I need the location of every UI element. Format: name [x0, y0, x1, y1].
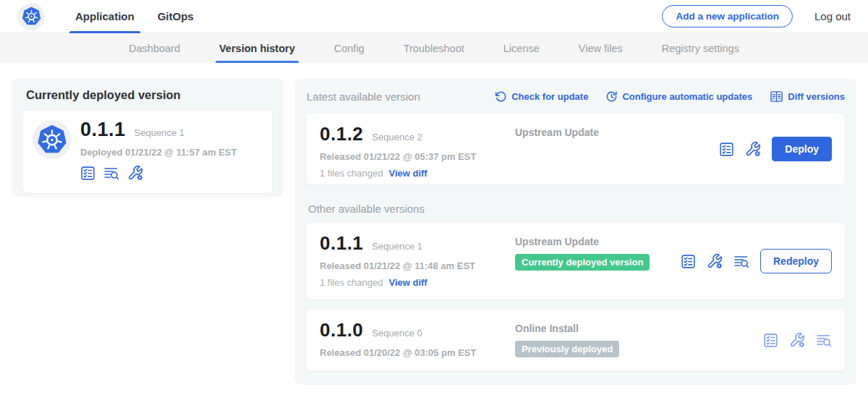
diff-versions-icon: [770, 90, 783, 103]
tab-gitops[interactable]: GitOps: [146, 0, 205, 33]
subnav-config[interactable]: Config: [315, 34, 384, 63]
tab-application[interactable]: Application: [64, 0, 146, 33]
release-notes-icon[interactable]: [763, 333, 778, 348]
version-sequence: Sequence 0: [372, 328, 422, 339]
configure-automatic-updates-link[interactable]: Configure automatic updates: [605, 90, 752, 103]
release-notes-icon[interactable]: [681, 254, 696, 269]
previously-deployed-badge: Previously deployed: [515, 341, 619, 357]
check-for-update-link[interactable]: Check for update: [495, 90, 588, 103]
app-header: Application GitOps Add a new application…: [0, 0, 868, 33]
redeploy-button[interactable]: Redeploy: [760, 249, 832, 273]
latest-version-title: Latest available version: [307, 90, 420, 103]
app-logo: [17, 3, 45, 30]
diff-versions-link[interactable]: Diff versions: [770, 90, 845, 103]
deployed-version-sequence: Sequence 1: [135, 127, 184, 138]
deployed-version-number: 0.1.1: [80, 119, 126, 141]
version-source: Upstream Update: [515, 236, 681, 247]
version-row-0-1-1: 0.1.1 Sequence 1 Released 01/21/22 @ 11:…: [307, 223, 845, 299]
subnav-dashboard[interactable]: Dashboard: [109, 34, 200, 63]
subnav-troubleshoot[interactable]: Troubleshoot: [384, 34, 484, 63]
currently-deployed-card: Currently deployed version 0.1.1 Sequenc…: [12, 78, 284, 197]
files-changed-label: 1 files changed: [320, 277, 383, 288]
edit-config-icon[interactable]: [789, 332, 805, 348]
edit-config-icon[interactable]: [127, 165, 143, 181]
version-released: Released 01/21/22 @ 05:37 pm EST: [320, 151, 505, 162]
currently-deployed-version-card: 0.1.1 Sequence 1 Deployed 01/21/22 @ 11:…: [23, 111, 272, 193]
app-subnav: Dashboard Version history Config Trouble…: [0, 34, 868, 63]
subnav-license[interactable]: License: [484, 34, 559, 63]
add-application-button[interactable]: Add a new application: [662, 5, 793, 27]
version-sequence: Sequence 1: [372, 241, 422, 252]
edit-config-icon[interactable]: [707, 253, 723, 269]
version-row-0-1-0: 0.1.0 Sequence 0 Released 01/20/22 @ 03:…: [307, 310, 845, 370]
files-changed-label: 1 files changed: [320, 168, 383, 179]
version-number: 0.1.0: [320, 319, 363, 341]
version-number: 0.1.1: [320, 232, 363, 255]
app-avatar: [33, 120, 72, 159]
edit-config-icon[interactable]: [745, 141, 761, 157]
version-released: Released 01/20/22 @ 03:05 pm EST: [320, 347, 505, 358]
check-update-icon: [495, 90, 507, 103]
deploy-logs-icon[interactable]: [816, 333, 832, 348]
kubernetes-logo-icon: [22, 7, 41, 26]
subnav-registry-settings[interactable]: Registry settings: [642, 34, 759, 63]
view-diff-link[interactable]: View diff: [388, 168, 427, 179]
release-notes-icon[interactable]: [80, 165, 95, 181]
version-row-0-1-2: 0.1.2 Sequence 2 Released 01/21/22 @ 05:…: [307, 114, 845, 184]
version-number: 0.1.2: [320, 123, 363, 145]
subnav-version-history[interactable]: Version history: [200, 34, 315, 63]
version-source: Upstream Update: [515, 127, 719, 138]
release-notes-icon[interactable]: [719, 142, 734, 157]
deploy-logs-icon[interactable]: [733, 254, 749, 269]
deploy-button[interactable]: Deploy: [772, 137, 832, 161]
currently-deployed-title: Currently deployed version: [23, 88, 272, 102]
diff-versions-label: Diff versions: [788, 91, 845, 102]
check-for-update-label: Check for update: [511, 91, 588, 102]
version-history-panel: Latest available version Check for updat…: [295, 78, 856, 385]
view-diff-link[interactable]: View diff: [388, 277, 427, 288]
deployed-timestamp: Deployed 01/21/22 @ 11:57 am EST: [80, 147, 237, 158]
other-versions-title: Other available versions: [308, 203, 845, 215]
kubernetes-logo-icon: [37, 124, 67, 155]
version-source: Online Install: [515, 323, 763, 334]
version-released: Released 01/21/22 @ 11:48 am EST: [320, 260, 505, 271]
subnav-view-files[interactable]: View files: [559, 34, 642, 63]
configure-automatic-updates-label: Configure automatic updates: [622, 91, 752, 102]
logout-button[interactable]: Log out: [814, 10, 851, 22]
currently-deployed-badge: Currently deployed version: [515, 254, 650, 271]
auto-update-icon: [605, 90, 618, 103]
version-sequence: Sequence 2: [372, 132, 422, 143]
deploy-logs-icon[interactable]: [103, 165, 119, 181]
